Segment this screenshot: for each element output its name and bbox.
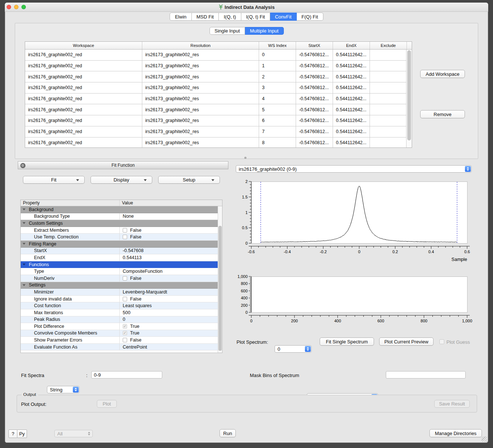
property-row-fitting-range[interactable]: Fitting Range [21,241,222,248]
property-row-ignore-invalid-data[interactable]: Ignore invalid dataFalse [21,296,222,303]
cell-resolution[interactable]: irs26173_graphite002_res [142,82,259,93]
property-row-custom-settings[interactable]: Custom Settings [21,220,222,227]
property-row-peak-radius[interactable]: Peak Radius0 [21,316,222,323]
property-value-cell[interactable]: 500 [119,309,222,316]
mask-bins-input[interactable] [386,371,466,379]
display-menu-button[interactable]: Display [91,176,152,184]
property-row-minimizer[interactable]: MinimizerLevenberg-Marquardt [21,289,222,296]
value-checkbox[interactable] [123,276,127,281]
cell-endx[interactable]: 0.544112642... [333,94,370,104]
property-value-cell[interactable]: ✓True [119,323,222,330]
cell-resolution[interactable]: irs26173_graphite002_res [142,138,259,148]
help-button[interactable]: ? [8,430,17,438]
manage-directories-button[interactable]: Manage Directories [429,429,482,437]
cell-ws-index[interactable]: 3 [259,82,296,93]
property-row-max-iterations[interactable]: Max Iterations500 [21,309,222,316]
cell-ws-index[interactable]: 7 [259,126,296,137]
property-value-cell[interactable]: False [119,234,222,240]
cell-endx[interactable]: 0.544112642... [333,126,370,137]
tab-i-q-t[interactable]: I(Q, t) [219,13,241,21]
property-row-use-temp-correction[interactable]: Use Temp. CorrectionFalse [21,234,222,241]
fit-preview-plot-canvas[interactable]: 02004006008001,00002004006008001,000 [236,273,477,328]
add-workspace-button[interactable]: Add Workspace [420,70,465,78]
splitter-handle[interactable] [244,157,246,159]
cell-exclude[interactable] [370,61,407,71]
fit-single-spectrum-button[interactable]: Fit Single Spectrum [320,337,374,346]
cell-startx[interactable]: -0.54760812... [296,94,333,104]
cell-endx[interactable]: 0.544112642... [333,104,370,115]
run-button[interactable]: Run [220,429,236,437]
property-value-cell[interactable]: -0.547608 [119,248,222,254]
cell-endx[interactable]: 0.544112642... [333,138,370,148]
cell-endx[interactable]: 0.544112642... [333,61,370,71]
cell-ws-index[interactable]: 0 [259,50,296,60]
cell-exclude[interactable] [370,138,407,148]
cell-resolution[interactable]: irs26173_graphite002_res [142,50,259,60]
python-export-button[interactable]: Py [17,430,27,438]
value-checkbox[interactable] [123,235,127,239]
cell-resolution[interactable]: irs26173_graphite002_res [142,115,259,126]
property-value-cell[interactable]: False [119,227,222,234]
remove-workspace-button[interactable]: Remove [420,110,465,118]
table-scrollbar[interactable] [406,50,412,147]
tab-msd-fit[interactable]: MSD Fit [192,13,219,21]
minimize-window-button[interactable] [14,5,18,9]
value-checkbox[interactable] [123,228,127,233]
collapse-triangle-icon[interactable] [23,264,26,265]
property-value-cell[interactable]: False [119,337,222,343]
cell-resolution[interactable]: irs26173_graphite002_res [142,126,259,137]
cell-ws-index[interactable]: 6 [259,115,296,126]
cell-startx[interactable]: -0.54760812... [296,138,333,148]
property-row-convolve-composite-members[interactable]: Convolve Composite Members✓True [21,330,222,337]
cell-workspace[interactable]: irs26176_graphite002_red [25,126,142,137]
cell-startx[interactable]: -0.54760812... [296,50,333,60]
cell-ws-index[interactable]: 1 [259,61,296,71]
cell-workspace[interactable]: irs26176_graphite002_red [25,104,142,115]
property-value-cell[interactable]: None [119,213,222,220]
collapse-triangle-icon[interactable] [23,208,26,210]
cell-exclude[interactable] [370,50,407,60]
cell-exclude[interactable] [370,71,407,82]
cell-startx[interactable]: -0.54760812... [296,126,333,137]
fit-menu-button[interactable]: Fit [23,176,85,184]
table-scrollbar-thumb[interactable] [407,50,411,140]
cell-ws-index[interactable]: 4 [259,94,296,104]
property-row-type[interactable]: TypeCompositeFunction [21,268,222,275]
property-row-cost-function[interactable]: Cost functionLeast squares [21,302,222,309]
cell-resolution[interactable]: irs26173_graphite002_res [142,94,259,104]
property-value-cell[interactable]: 0.544113 [119,254,222,261]
fit-spectra-range-input[interactable] [91,371,162,379]
property-row-plot-difference[interactable]: Plot Difference✓True [21,323,222,330]
property-row-background[interactable]: Background [21,206,222,213]
tab-convfit[interactable]: ConvFit [270,13,297,21]
property-grid-scrollbar-thumb[interactable] [218,226,222,351]
cell-resolution[interactable]: irs26173_graphite002_res [142,61,259,71]
cell-ws-index[interactable]: 5 [259,104,296,115]
float-panel-icon[interactable] [20,163,26,168]
property-value-cell[interactable]: ✓True [119,330,222,337]
property-value-cell[interactable]: False [119,296,222,302]
value-checkbox[interactable] [123,297,127,301]
cell-startx[interactable]: -0.54760812... [296,115,333,126]
collapse-triangle-icon[interactable] [23,284,26,286]
property-value-cell[interactable]: False [119,275,222,282]
tab-i-q-t-fit[interactable]: I(Q, t) Fit [241,13,270,21]
cell-resolution[interactable]: irs26173_graphite002_res [142,104,259,115]
property-row-background-type[interactable]: Background TypeNone [21,213,222,220]
property-row-show-parameter-errors[interactable]: Show Parameter ErrorsFalse [21,337,222,344]
cell-endx[interactable]: 0.544112642... [333,50,370,60]
cell-startx[interactable]: -0.54760812... [296,104,333,115]
property-value-cell[interactable]: CentrePoint [119,344,222,350]
cell-ws-index[interactable]: 2 [259,71,296,82]
property-row-functions[interactable]: Functions [21,261,222,268]
cell-resolution[interactable]: irs26173_graphite002_res [142,71,259,82]
preview-workspace-selector[interactable]: irs26176_graphite002 (0-9) [236,165,472,173]
cell-workspace[interactable]: irs26176_graphite002_red [25,115,142,126]
property-row-startx[interactable]: StartX-0.547608 [21,248,222,255]
fit-spectra-mode-selector[interactable]: String [47,386,79,393]
cell-exclude[interactable] [370,104,407,115]
window-resize-grip[interactable] [482,437,487,442]
sample-plot-canvas[interactable]: 00.511.52-0.6-0.4-0.200.20.40.6Sample [236,178,477,265]
sample-plot[interactable]: 00.511.52-0.6-0.4-0.200.20.40.6Sample [236,178,477,265]
plot-spectrum-spinner[interactable]: 0 [275,345,312,353]
